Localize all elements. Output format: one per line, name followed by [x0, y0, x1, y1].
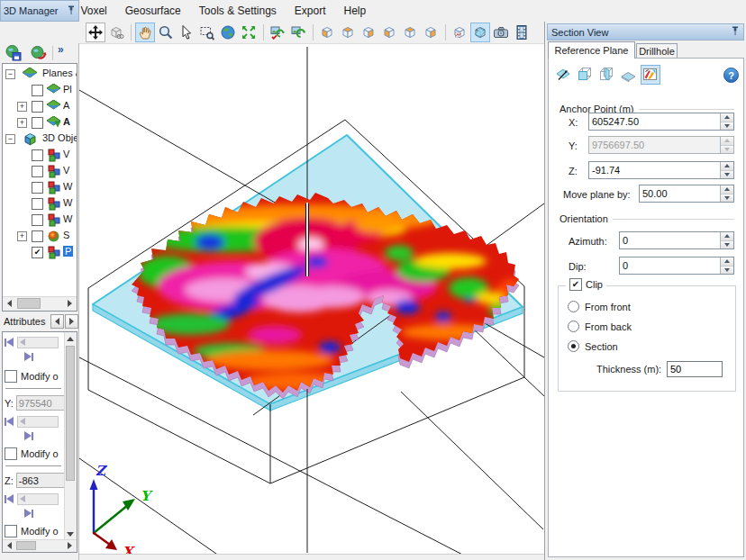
- step-track[interactable]: [17, 416, 59, 428]
- menu-geosurface[interactable]: Geosurface: [116, 1, 190, 21]
- step-last-icon[interactable]: [24, 509, 32, 518]
- clip-option-from-back[interactable]: From back: [568, 321, 632, 332]
- tree-checkbox[interactable]: [32, 85, 43, 96]
- zoom-extents-button[interactable]: [239, 23, 259, 42]
- clip-option-section[interactable]: Section: [568, 340, 618, 352]
- expand-icon[interactable]: +: [17, 118, 27, 128]
- step-last-icon[interactable]: [32, 510, 33, 518]
- tree-item-voxel-1[interactable]: V: [3, 148, 77, 163]
- collapse-icon[interactable]: −: [5, 134, 15, 144]
- step-last-icon[interactable]: [24, 352, 32, 361]
- scroll-left-icon[interactable]: [3, 297, 16, 310]
- step-last-icon[interactable]: [24, 431, 32, 440]
- view-cube-right-button[interactable]: [359, 23, 378, 42]
- pan-tool-button[interactable]: [135, 23, 155, 42]
- save-3d-view-button[interactable]: [4, 43, 23, 63]
- radio-section-selected[interactable]: [568, 340, 579, 352]
- thickness-input[interactable]: [667, 361, 723, 377]
- spin-down-icon[interactable]: [721, 122, 733, 131]
- tab-drillhole[interactable]: Drillhole: [636, 43, 678, 59]
- plane-flat-button[interactable]: [619, 65, 639, 85]
- spin-down-icon[interactable]: [721, 266, 733, 275]
- scrollbar-thumb[interactable]: [66, 346, 75, 481]
- tab-reference-plane[interactable]: Reference Plane: [548, 41, 635, 59]
- menu-export[interactable]: Export: [286, 1, 335, 21]
- move-tool-button[interactable]: [86, 23, 105, 42]
- scrollbar-thumb[interactable]: [17, 298, 41, 309]
- spin-up-icon[interactable]: [721, 162, 733, 170]
- section-plane-cube-button[interactable]: [470, 23, 490, 42]
- tree-item-pl[interactable]: Pl: [3, 83, 77, 98]
- snapshot-button[interactable]: [491, 23, 511, 42]
- tree-horizontal-scrollbar[interactable]: [3, 296, 77, 311]
- view-cube-right-2-button[interactable]: [421, 23, 441, 42]
- scroll-up-icon[interactable]: [64, 332, 76, 345]
- azimuth-input[interactable]: [620, 232, 720, 248]
- tree-checkbox[interactable]: [32, 182, 43, 194]
- modify-checkbox[interactable]: [5, 370, 17, 383]
- azimuth-spinbox[interactable]: [619, 231, 734, 249]
- tree-checkbox[interactable]: [32, 214, 43, 226]
- clip-checkbox[interactable]: ✔: [569, 278, 582, 291]
- section-step-controls[interactable]: [24, 507, 33, 519]
- attributes-horizontal-scrollbar[interactable]: [3, 539, 77, 552]
- voxel-texture-button[interactable]: [641, 65, 660, 85]
- revert-view-button[interactable]: [29, 43, 49, 63]
- linked-cube-button[interactable]: [106, 23, 126, 42]
- view-cube-left-2-button[interactable]: [379, 23, 399, 42]
- spin-down-icon[interactable]: [721, 240, 733, 249]
- spin-up-icon[interactable]: [721, 113, 733, 122]
- radio-from-back[interactable]: [568, 321, 579, 332]
- refresh-views-button[interactable]: [288, 23, 308, 42]
- tree-item-a2[interactable]: + A: [3, 115, 77, 131]
- tree-item-voxel-3[interactable]: W: [3, 180, 77, 195]
- tree-checkbox[interactable]: [32, 230, 43, 242]
- zoom-tool-button[interactable]: [156, 23, 176, 42]
- axes-cube-button[interactable]: [450, 23, 469, 42]
- tree-item-3d-objects[interactable]: − 3D Objec: [3, 131, 77, 147]
- menu-tools-settings[interactable]: Tools & Settings: [190, 1, 286, 21]
- modify-option-row[interactable]: Modify o: [5, 447, 59, 460]
- z-anchor-input[interactable]: [589, 162, 720, 178]
- spin-down-icon[interactable]: [721, 194, 733, 203]
- expand-icon[interactable]: +: [17, 231, 27, 241]
- select-tool-button[interactable]: [177, 23, 196, 42]
- tree-item-voxel-4[interactable]: W: [3, 196, 77, 212]
- dip-input[interactable]: [620, 257, 720, 274]
- section-step-controls[interactable]: [24, 429, 33, 442]
- modify-option-row[interactable]: Modify o: [5, 525, 59, 537]
- plane-select-button[interactable]: [554, 65, 574, 85]
- section-step-controls[interactable]: [5, 492, 59, 505]
- animation-button[interactable]: [512, 23, 532, 42]
- cube-section-button[interactable]: [597, 65, 617, 85]
- modify-checkbox[interactable]: [5, 447, 17, 460]
- tree-item-planes[interactable]: − Planes &: [3, 67, 77, 82]
- manager-tree[interactable]: − Planes & Pl + A + A −: [2, 63, 77, 312]
- tree-checkbox[interactable]: [32, 198, 43, 210]
- step-track[interactable]: [17, 337, 59, 348]
- view-cube-top-2-button[interactable]: [400, 23, 420, 42]
- tree-checkbox[interactable]: [32, 149, 43, 161]
- menu-help[interactable]: Help: [335, 1, 376, 21]
- step-first-icon[interactable]: [6, 417, 14, 426]
- step-first-icon[interactable]: [6, 494, 14, 503]
- pin-icon[interactable]: [67, 5, 76, 17]
- attributes-vertical-scrollbar[interactable]: [64, 332, 77, 540]
- spin-down-icon[interactable]: [721, 170, 733, 179]
- spin-up-icon[interactable]: [721, 185, 733, 194]
- step-first-icon[interactable]: [6, 338, 14, 347]
- y-value-field[interactable]: 975540: [16, 395, 67, 411]
- clip-option-from-front[interactable]: From front: [568, 301, 631, 312]
- pin-icon[interactable]: [731, 26, 740, 38]
- collapse-icon[interactable]: −: [5, 69, 15, 79]
- dip-spinbox[interactable]: [619, 257, 734, 275]
- step-back-icon[interactable]: [20, 418, 25, 425]
- x-anchor-input[interactable]: [589, 113, 720, 130]
- tree-checkbox[interactable]: [32, 166, 43, 177]
- tree-item-voxel-5[interactable]: W: [3, 212, 77, 228]
- modify-option-row[interactable]: Modify o: [5, 370, 59, 383]
- scroll-right-icon[interactable]: [63, 540, 77, 551]
- radio-from-front[interactable]: [568, 301, 579, 312]
- zoom-box-tool-button[interactable]: [197, 23, 217, 42]
- modify-checkbox[interactable]: [5, 525, 17, 537]
